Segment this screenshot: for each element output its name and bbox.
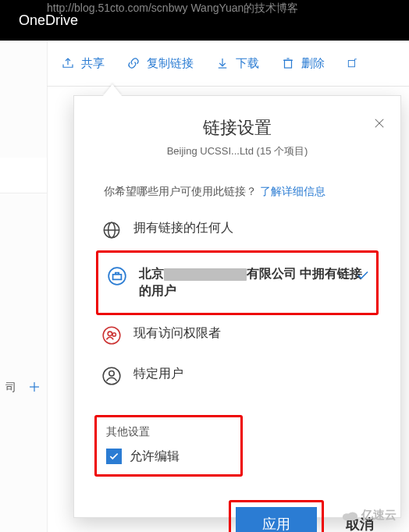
watermark-url: http://blog.51cto.com/scnbwy WangYuan的技术… xyxy=(47,2,298,16)
download-button[interactable]: 下载 xyxy=(204,56,270,71)
option-specific[interactable]: 特定用户 xyxy=(96,356,379,396)
panel-buttons: 应用 取消 xyxy=(74,500,379,532)
option-anyone-label: 拥有链接的任何人 xyxy=(133,219,374,236)
left-nav: 司 xyxy=(0,41,48,532)
option-existing[interactable]: 现有访问权限者 xyxy=(96,315,379,356)
allow-edit-label: 允许编辑 xyxy=(130,449,180,465)
other-settings-title: 其他设置 xyxy=(106,425,231,439)
left-nav-item[interactable] xyxy=(0,158,47,193)
globe-icon xyxy=(101,219,123,241)
redacted-text xyxy=(164,268,247,281)
delete-button[interactable]: 删除 xyxy=(270,56,336,71)
left-char: 司 xyxy=(5,381,16,395)
more-button[interactable] xyxy=(336,56,368,70)
watermark-text: 亿速云 xyxy=(361,508,397,523)
prompt-text: 你希望哪些用户可使用此链接？ xyxy=(104,185,257,197)
panel-prompt: 你希望哪些用户可使用此链接？ 了解详细信息 xyxy=(104,185,379,199)
org-prefix: 北京 xyxy=(139,267,164,280)
link-scope-options: 拥有链接的任何人 北京有限公司 中拥有链接的用户 现有访问权限者 xyxy=(96,210,379,396)
close-icon[interactable] xyxy=(372,116,386,133)
option-org-label: 北京有限公司 中拥有链接的用户 xyxy=(139,265,368,300)
link-settings-panel: 链接设置 Beijing UCSSI...Ltd (15 个项目) 你希望哪些用… xyxy=(73,95,401,518)
option-anyone[interactable]: 拥有链接的任何人 xyxy=(96,210,379,250)
watermark-logo: 亿速云 xyxy=(341,508,397,523)
command-bar: 共享 复制链接 下载 删除 xyxy=(47,41,409,87)
people-icon xyxy=(101,325,123,346)
share-button[interactable]: 共享 xyxy=(50,56,116,71)
panel-title: 链接设置 xyxy=(74,116,400,140)
share-label: 共享 xyxy=(81,56,105,71)
copy-link-label: 复制链接 xyxy=(147,56,194,71)
svg-point-22 xyxy=(347,512,357,520)
download-label: 下载 xyxy=(236,56,259,71)
briefcase-icon xyxy=(106,265,128,287)
checkbox-checked-icon xyxy=(106,449,122,464)
delete-label: 删除 xyxy=(301,56,325,71)
svg-rect-15 xyxy=(113,275,122,280)
panel-subtitle: Beijing UCSSI...Ltd (15 个项目) xyxy=(74,144,400,158)
option-specific-label: 特定用户 xyxy=(133,365,374,382)
svg-rect-5 xyxy=(285,60,292,68)
other-settings: 其他设置 允许编辑 xyxy=(94,415,243,477)
option-existing-label: 现有访问权限者 xyxy=(133,325,374,342)
svg-point-17 xyxy=(108,332,112,335)
learn-more-link[interactable]: 了解详细信息 xyxy=(260,185,325,197)
svg-rect-8 xyxy=(348,61,354,67)
svg-point-14 xyxy=(108,268,126,285)
svg-point-18 xyxy=(112,333,116,336)
person-icon xyxy=(101,365,123,387)
option-org[interactable]: 北京有限公司 中拥有链接的用户 xyxy=(101,256,373,310)
plus-icon[interactable] xyxy=(27,380,41,396)
callout-pointer xyxy=(103,84,122,96)
svg-point-20 xyxy=(109,371,115,376)
apply-button[interactable]: 应用 xyxy=(236,507,317,532)
check-icon xyxy=(356,268,370,286)
copy-link-button[interactable]: 复制链接 xyxy=(116,56,204,71)
allow-edit-checkbox[interactable]: 允许编辑 xyxy=(106,449,231,465)
